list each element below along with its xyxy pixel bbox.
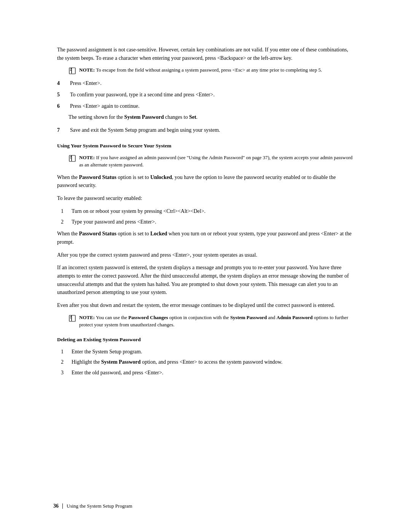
delete-step-1-num: 1 <box>61 348 66 356</box>
step-5-text: To confirm your password, type it a seco… <box>70 91 354 99</box>
step-6-num: 6 <box>57 102 63 110</box>
note-3-mid2: and <box>267 315 276 320</box>
note-1-label: NOTE: <box>79 67 95 73</box>
ds2-pre: Highlight the <box>72 359 101 365</box>
footer-section-title: Using the System Setup Program <box>67 503 132 509</box>
delete-step-3-num: 3 <box>61 369 66 377</box>
delete-step-3: 3 Enter the old password, and press <Ent… <box>61 369 354 377</box>
delete-step-1: 1 Enter the System Setup program. <box>61 348 354 356</box>
delete-step-2-text: Highlight the System Password option, an… <box>72 358 354 366</box>
step-7-num: 7 <box>57 126 63 134</box>
page: The password assignment is not case-sens… <box>0 0 411 532</box>
para-locked: When the Password Status option is set t… <box>57 230 354 246</box>
step-7-text: Save and exit the System Setup program a… <box>70 126 354 134</box>
step-7: 7 Save and exit the System Setup program… <box>57 126 354 134</box>
section-2-heading: Deleting an Existing System Password <box>57 336 354 343</box>
note-2-text: NOTE: If you have assigned an admin pass… <box>79 154 354 169</box>
pl-bold1: Password Status <box>79 231 116 236</box>
note-3-bold1: Password Changes <box>128 315 168 320</box>
para-leave: To leave the password security enabled: <box>57 194 354 203</box>
ds2-bold: System Password <box>101 359 141 365</box>
leave-step-2: 2 Type your password and press <Enter>. <box>61 218 354 226</box>
note-2-label: NOTE: <box>79 155 95 160</box>
main-content: The password assignment is not case-sens… <box>57 46 354 377</box>
delete-step-2-num: 2 <box>61 358 66 366</box>
step-4-num: 4 <box>57 79 63 87</box>
pl-pre: When the <box>57 231 79 236</box>
note-1: NOTE: To escape from the field without a… <box>68 67 354 75</box>
svg-rect-1 <box>69 155 75 161</box>
step-4-text: Press <Enter>. <box>70 79 354 88</box>
footer-divider <box>62 503 63 509</box>
leave-step-2-text: Type your password and press <Enter>. <box>72 218 354 226</box>
ps-mid: option is set to <box>116 174 150 180</box>
note-3-pre: You can use the <box>96 315 128 320</box>
note-icon-3 <box>68 315 76 322</box>
ds2-end: option, and press <Enter> to access the … <box>141 359 283 365</box>
step-5-num: 5 <box>57 91 63 99</box>
leave-step-1-text: Turn on or reboot your system by pressin… <box>72 207 354 216</box>
step-4: 4 Press <Enter>. <box>57 79 354 88</box>
para-incorrect: If an incorrect system password is enter… <box>57 264 354 297</box>
note-3-label: NOTE: <box>79 315 95 320</box>
delete-step-2: 2 Highlight the System Password option, … <box>61 358 354 366</box>
setting-text-pre: The setting shown for the <box>68 114 124 120</box>
ps-bold1: Password Status <box>79 174 116 180</box>
step-6-text: Press <Enter> again to continue. <box>70 102 354 110</box>
note-3-bold3: Admin Password <box>277 315 313 320</box>
setting-text-end: . <box>196 114 198 120</box>
setting-paragraph: The setting shown for the System Passwor… <box>68 113 354 121</box>
note-1-body: To escape from the field without assigni… <box>96 67 322 73</box>
note-icon-1 <box>68 67 76 75</box>
note-2: NOTE: If you have assigned an admin pass… <box>68 154 354 169</box>
step-6: 6 Press <Enter> again to continue. <box>57 102 354 110</box>
ps-pre: When the <box>57 174 79 180</box>
para-shutdown: Even after you shut down and restart the… <box>57 301 354 310</box>
password-status-unlocked: When the Password Status option is set t… <box>57 173 354 190</box>
note-2-body: If you have assigned an admin password (… <box>79 155 352 168</box>
intro-paragraph: The password assignment is not case-sens… <box>57 46 354 62</box>
svg-rect-2 <box>69 315 75 321</box>
ps-bold2: Unlocked <box>150 174 172 180</box>
delete-step-1-text: Enter the System Setup program. <box>72 348 354 356</box>
pl-mid: option is set to <box>116 231 150 236</box>
note-3: NOTE: You can use the Password Changes o… <box>68 314 354 329</box>
para-after-correct: After you type the correct system passwo… <box>57 251 354 259</box>
note-3-text: NOTE: You can use the Password Changes o… <box>79 314 354 329</box>
note-3-bold2: System Password <box>230 315 267 320</box>
note-1-text: NOTE: To escape from the field without a… <box>79 67 322 74</box>
setting-bold1: System Password <box>124 114 164 120</box>
setting-text-mid: changes to <box>164 114 189 120</box>
note-3-mid: option in conjunction with the <box>168 315 230 320</box>
leave-step-1-num: 1 <box>61 207 66 215</box>
setting-bold2: Set <box>189 114 196 120</box>
pl-bold2: Locked <box>150 231 167 236</box>
leave-step-2-num: 2 <box>61 218 66 226</box>
footer-page-number: 36 <box>53 503 59 509</box>
page-footer: 36 Using the System Setup Program <box>53 503 358 509</box>
leave-step-1: 1 Turn on or reboot your system by press… <box>61 207 354 216</box>
section-1-heading: Using Your System Password to Secure You… <box>57 142 354 150</box>
note-icon-2 <box>68 155 76 162</box>
step-5: 5 To confirm your password, type it a se… <box>57 91 354 99</box>
delete-step-3-text: Enter the old password, and press <Enter… <box>72 369 354 377</box>
svg-rect-0 <box>69 68 75 74</box>
